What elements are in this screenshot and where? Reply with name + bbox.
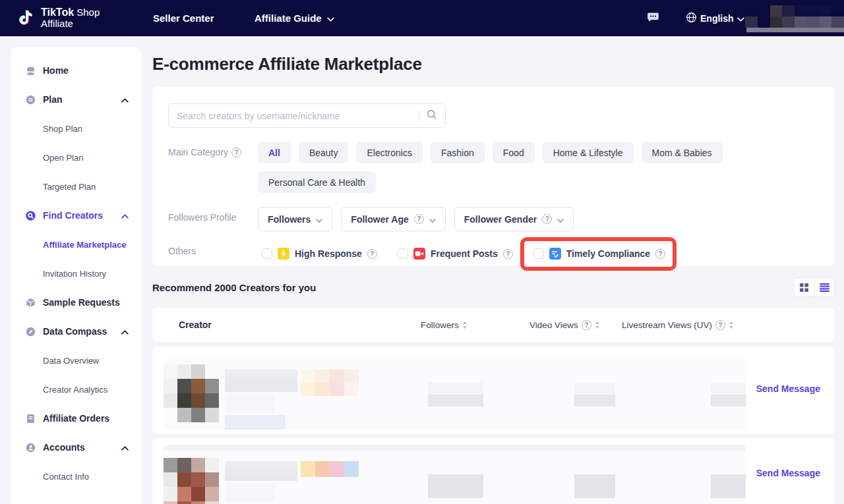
filter-panel: Main Category ? All Beauty Electronics F… — [152, 87, 835, 266]
creator-row-blurred-content — [164, 445, 746, 504]
tiktok-note-icon — [17, 6, 35, 29]
recommend-header: Recommend 2000 Creators for you — [152, 277, 835, 297]
help-icon[interactable]: ? — [414, 214, 424, 224]
creator-row-blurred-content — [164, 358, 746, 430]
timely-compliance-filter: Timely Compliance ? — [529, 248, 669, 260]
sidebar-item-invitation-history[interactable]: Invitation History — [11, 259, 142, 288]
sidebar-item-sample-requests[interactable]: Sample Requests — [11, 288, 142, 317]
sort-icon[interactable] — [595, 322, 600, 329]
follower-age-dropdown[interactable]: Follower Age ? — [341, 207, 445, 231]
nav-seller-center[interactable]: Seller Center — [153, 0, 214, 36]
help-icon[interactable]: ? — [655, 249, 665, 259]
document-check-icon — [549, 248, 561, 260]
sidebar: Home Plan Shop Plan Open Plan Targeted P… — [11, 47, 142, 504]
followers-value-blurred — [428, 383, 483, 406]
chevron-up-icon[interactable] — [121, 442, 129, 453]
help-icon[interactable]: ? — [231, 148, 241, 157]
category-chip-all[interactable]: All — [258, 142, 291, 163]
help-icon[interactable]: ? — [542, 214, 552, 224]
followers-profile-label: Followers Profile — [168, 207, 258, 223]
category-chip-electronics[interactable]: Electronics — [356, 142, 422, 163]
chevron-up-icon[interactable] — [121, 326, 129, 337]
follower-gender-dropdown[interactable]: Follower Gender ? — [454, 207, 574, 231]
blur-strip — [164, 445, 746, 451]
sidebar-item-creator-analytics[interactable]: Creator Analytics — [11, 375, 142, 404]
sidebar-item-accounts[interactable]: Accounts — [11, 433, 142, 462]
creator-tags-blurred — [301, 370, 359, 396]
category-chip-home-lifestyle[interactable]: Home & Lifestyle — [543, 142, 634, 163]
creator-info-blurred — [225, 395, 275, 412]
sidebar-item-open-plan[interactable]: Open Plan — [11, 143, 142, 172]
search-icon[interactable] — [426, 109, 437, 123]
sidebar-item-data-overview[interactable]: Data Overview — [11, 346, 142, 375]
column-livestream-views[interactable]: Livestream Views (UV) ? — [622, 308, 734, 342]
column-followers[interactable]: Followers — [421, 308, 467, 342]
recommend-text: Recommend 2000 Creators for you — [152, 282, 316, 293]
column-creator: Creator — [179, 308, 212, 342]
help-icon[interactable]: ? — [503, 249, 513, 259]
video-views-value-blurred — [574, 474, 615, 498]
page-title: E-commerce Affiliate Marketplace — [152, 54, 835, 74]
sample-requests-box-icon — [25, 297, 36, 308]
frequent-posts-filter: Frequent Posts ? — [394, 248, 517, 260]
sort-icon[interactable] — [729, 322, 734, 329]
category-chip-personal-care-health[interactable]: Personal Care & Health — [258, 171, 376, 193]
category-chip-fashion[interactable]: Fashion — [431, 142, 485, 163]
grid-view-button[interactable] — [794, 278, 814, 296]
sidebar-item-data-compass[interactable]: Data Compass — [11, 317, 142, 346]
frequent-posts-checkbox[interactable] — [398, 248, 408, 259]
chevron-down-icon — [737, 13, 744, 24]
nav-affiliate-guide[interactable]: Affiliate Guide — [255, 0, 334, 36]
help-icon[interactable]: ? — [715, 320, 725, 330]
creator-name-blurred — [225, 370, 297, 392]
sidebar-item-shop-plan[interactable]: Shop Plan — [11, 114, 142, 143]
list-icon — [820, 283, 829, 292]
creator-search — [168, 103, 446, 128]
category-chip-mom-babies[interactable]: Mom & Babies — [642, 142, 723, 163]
top-navbar: TikTok Shop Affiliate Seller Center Affi… — [0, 0, 844, 36]
view-toggle — [793, 277, 835, 297]
creator-info-blurred — [225, 415, 286, 430]
sidebar-item-home[interactable]: Home — [11, 56, 142, 85]
lightning-icon — [278, 248, 289, 260]
brand-text: TikTok Shop Affiliate — [41, 7, 100, 29]
sort-icon[interactable] — [462, 322, 467, 329]
sidebar-item-plan[interactable]: Plan — [11, 85, 142, 114]
category-chip-food[interactable]: Food — [493, 142, 535, 163]
list-view-button[interactable] — [814, 278, 834, 296]
main-content: E-commerce Affiliate Marketplace Main Ca… — [152, 47, 835, 504]
followers-dropdown[interactable]: Followers — [258, 207, 332, 231]
send-message-button[interactable]: Send Message — [756, 383, 820, 394]
video-views-value-blurred — [574, 383, 615, 406]
search-input[interactable] — [177, 111, 412, 121]
sidebar-item-affiliate-orders[interactable]: Affiliate Orders — [11, 404, 142, 433]
category-chip-beauty[interactable]: Beauty — [299, 142, 349, 163]
column-video-views[interactable]: Video Views ? — [529, 308, 600, 342]
high-response-checkbox[interactable] — [262, 248, 272, 259]
chevron-up-icon[interactable] — [121, 210, 129, 221]
language-label: English — [700, 13, 734, 24]
sidebar-item-targeted-plan[interactable]: Targeted Plan — [11, 172, 142, 201]
main-category-row: Main Category ? All Beauty Electronics F… — [168, 142, 819, 193]
livestream-views-value-blurred — [711, 383, 746, 406]
plan-icon — [25, 94, 36, 105]
help-icon[interactable]: ? — [582, 320, 591, 330]
send-message-button[interactable]: Send Message — [756, 468, 820, 478]
timely-compliance-checkbox[interactable] — [533, 248, 544, 259]
help-icon[interactable]: ? — [367, 249, 377, 259]
language-selector[interactable]: English — [686, 0, 744, 36]
tiktok-shop-affiliate-logo[interactable]: TikTok Shop Affiliate — [17, 6, 100, 29]
affiliate-orders-icon — [25, 413, 36, 424]
creator-avatar-blurred — [164, 458, 219, 504]
sidebar-item-contact-info[interactable]: Contact Info — [11, 462, 142, 491]
globe-icon — [686, 12, 697, 25]
chevron-up-icon[interactable] — [121, 94, 129, 105]
chat-icon[interactable] — [646, 10, 660, 24]
creator-tags-blurred — [301, 461, 359, 477]
others-row: Others High Response ? Frequent Posts — [168, 243, 819, 260]
creator-name-blurred — [225, 461, 297, 481]
accounts-user-icon — [25, 442, 36, 453]
sidebar-item-affiliate-marketplace[interactable]: Affiliate Marketplace — [11, 230, 142, 259]
sidebar-item-find-creators[interactable]: Find Creators — [11, 201, 142, 230]
chevron-down-icon — [557, 214, 564, 225]
